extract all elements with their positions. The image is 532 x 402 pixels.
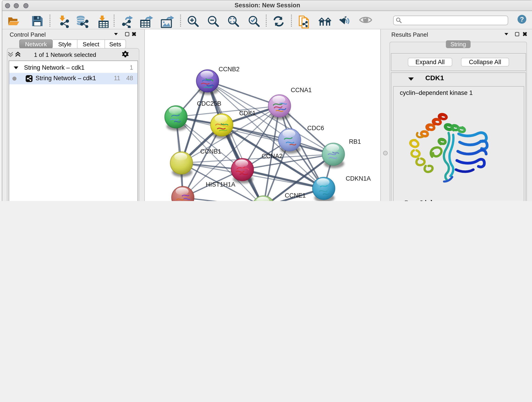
svg-text:CDK1: CDK1 [239,110,256,117]
svg-text:CCNA2: CCNA2 [262,153,283,160]
svg-text:CCNE1: CCNE1 [285,192,306,199]
svg-text:RB1: RB1 [349,138,361,145]
svg-text:CDKN1A: CDKN1A [346,175,371,182]
svg-text:CCNB1: CCNB1 [200,148,221,155]
svg-text:?: ? [520,16,524,23]
svg-text:CCNA1: CCNA1 [291,87,312,94]
svg-text:HIST1H1A: HIST1H1A [206,181,235,188]
svg-text:CCNB2: CCNB2 [219,66,240,73]
svg-text:CDC25B: CDC25B [197,100,222,107]
svg-text:CDC6: CDC6 [307,125,324,132]
